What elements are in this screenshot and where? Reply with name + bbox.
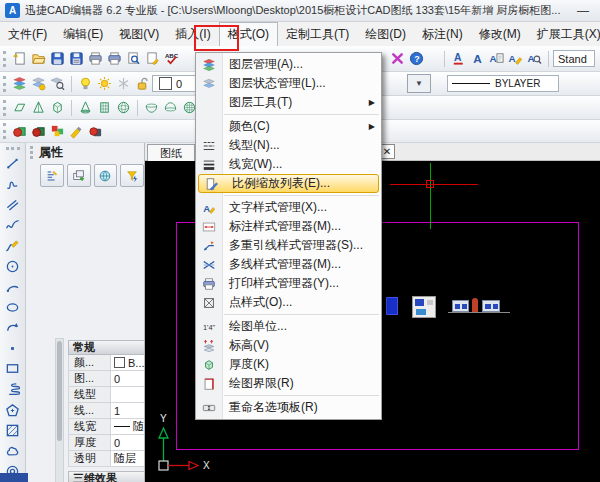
- format-menu-item[interactable]: 颜色(C)▶: [196, 117, 381, 136]
- menu-item[interactable]: 文件(F): [0, 22, 55, 46]
- surf-dome-button[interactable]: [161, 98, 180, 117]
- new-file-button[interactable]: [10, 49, 29, 68]
- minimize-button[interactable]: —: [571, 4, 595, 18]
- surf-sphere-button[interactable]: [114, 98, 133, 117]
- surf-pyramid-button[interactable]: [29, 98, 48, 117]
- help-button[interactable]: ?: [407, 49, 426, 68]
- property-value[interactable]: 1: [111, 405, 145, 417]
- linetype-combo[interactable]: BYLAYER: [447, 75, 559, 92]
- toolbar-grip[interactable]: [6, 147, 20, 150]
- menu-item[interactable]: 插入(I): [167, 22, 218, 46]
- line-button[interactable]: [3, 154, 23, 173]
- sun-button[interactable]: [95, 74, 114, 93]
- property-value[interactable]: B...: [111, 357, 145, 369]
- rectangle-button[interactable]: [3, 360, 23, 379]
- render-materials-button[interactable]: [48, 122, 67, 141]
- polyline-button[interactable]: [3, 175, 23, 194]
- surf-cylinder-button[interactable]: [95, 98, 114, 117]
- menu-item[interactable]: 编辑(E): [55, 22, 111, 46]
- property-value[interactable]: 0: [111, 437, 145, 449]
- format-menu-item[interactable]: A文字样式管理(X)...: [196, 198, 381, 217]
- globe-button[interactable]: [94, 164, 118, 187]
- document-tab[interactable]: 图纸: [147, 144, 195, 161]
- quick-select-button[interactable]: [40, 164, 64, 187]
- multiline-button[interactable]: [3, 195, 23, 214]
- format-menu-item[interactable]: 点样式(O)...: [196, 293, 381, 312]
- menu-item[interactable]: 绘图(D): [357, 22, 414, 46]
- revise-arc-button[interactable]: [3, 319, 23, 338]
- sketch-button[interactable]: [3, 236, 23, 255]
- text-style-combo[interactable]: Stand: [553, 50, 595, 67]
- format-menu-item[interactable]: 图层管理(A)...: [196, 55, 381, 74]
- unlock-button[interactable]: [133, 74, 152, 93]
- render-light-button[interactable]: [67, 122, 86, 141]
- format-menu-item[interactable]: 多重引线样式管理器(S)...: [196, 236, 381, 255]
- open-file-button[interactable]: [29, 49, 48, 68]
- property-value[interactable]: 随层: [111, 451, 145, 466]
- format-menu-item[interactable]: 图层工具(T)▶: [196, 93, 381, 112]
- filter-button[interactable]: [120, 164, 144, 187]
- menu-format[interactable]: 格式(O): [219, 22, 278, 46]
- text-underline-a-button[interactable]: A: [449, 49, 468, 68]
- circle-button[interactable]: [3, 257, 23, 276]
- surf-cone-button[interactable]: [76, 98, 95, 117]
- spline-button[interactable]: [3, 216, 23, 235]
- surf-dish-button[interactable]: [142, 98, 161, 117]
- property-value[interactable]: 随: [111, 419, 145, 434]
- duplicate-button[interactable]: [67, 164, 91, 187]
- format-menu-item[interactable]: 线型(N)...: [196, 136, 381, 155]
- ellipse-button[interactable]: [3, 298, 23, 317]
- menu-item[interactable]: 修改(M): [471, 22, 529, 46]
- page-setup-button[interactable]: [143, 49, 162, 68]
- render-scene-button[interactable]: [10, 122, 29, 141]
- toolbar-grip[interactable]: [3, 51, 6, 67]
- format-menu-item[interactable]: 多线样式管理器(M)...: [196, 255, 381, 274]
- cloud-button[interactable]: [3, 442, 23, 461]
- layer-walk-button[interactable]: [48, 74, 67, 93]
- menu-item[interactable]: 视图(V): [111, 22, 167, 46]
- text-find-a-button[interactable]: A: [525, 49, 544, 68]
- print-button[interactable]: [86, 49, 105, 68]
- format-menu-item[interactable]: 标高(V): [196, 336, 381, 355]
- text-doc-a-button[interactable]: A: [487, 49, 506, 68]
- property-value[interactable]: 0: [111, 373, 145, 385]
- toolbar-grip[interactable]: [3, 76, 6, 92]
- toolbar-grip[interactable]: [3, 100, 6, 116]
- text-edit-a-button[interactable]: A: [506, 49, 525, 68]
- surf-cube-button[interactable]: [48, 98, 67, 117]
- properties-scrollbar[interactable]: [55, 338, 64, 482]
- clean-plugin-button[interactable]: [388, 49, 407, 68]
- hatch-button[interactable]: [3, 421, 23, 440]
- toolbar-grip[interactable]: [3, 123, 6, 139]
- format-menu-item[interactable]: 打印样式管理器(Y)...: [196, 274, 381, 293]
- surf-box-button[interactable]: [10, 98, 29, 117]
- property-section-header[interactable]: 三维效果▲: [68, 471, 145, 482]
- scrollbar-thumb[interactable]: [57, 341, 62, 441]
- helix-button[interactable]: [3, 380, 23, 399]
- point-button[interactable]: [3, 339, 23, 358]
- layer-states-toolbar-button[interactable]: [29, 74, 48, 93]
- spell-check-button[interactable]: ABC: [162, 49, 181, 68]
- format-menu-item[interactable]: 厚度(K): [196, 355, 381, 374]
- print-preview-button[interactable]: [124, 49, 143, 68]
- format-menu-item-highlighted[interactable]: 比例缩放列表(E)...: [198, 174, 379, 193]
- save-button[interactable]: [48, 49, 67, 68]
- freeze-button[interactable]: [114, 74, 133, 93]
- format-menu-item[interactable]: 1'4"绘图单位...: [196, 317, 381, 336]
- save-as-button[interactable]: [67, 49, 86, 68]
- arc-button[interactable]: [3, 277, 23, 296]
- format-menu-item[interactable]: 重命名选项板(R): [196, 398, 381, 417]
- render-save-button[interactable]: [86, 122, 105, 141]
- menu-item[interactable]: 定制工具(T): [278, 22, 357, 46]
- format-menu-item[interactable]: 标注样式管理器(M)...: [196, 217, 381, 236]
- bulb-button[interactable]: [76, 74, 95, 93]
- menu-item[interactable]: 扩展工具(X): [529, 22, 600, 46]
- panel-grip[interactable]: [30, 146, 33, 159]
- layer-manager-button[interactable]: [10, 74, 29, 93]
- format-menu-item[interactable]: 图层状态管理(L)...: [196, 74, 381, 93]
- property-section-header[interactable]: 常规▲: [68, 340, 145, 355]
- render-region-button[interactable]: [29, 122, 48, 141]
- menu-item[interactable]: 标注(N): [414, 22, 471, 46]
- quick-print-button[interactable]: [105, 49, 124, 68]
- text-a-button[interactable]: A: [468, 49, 487, 68]
